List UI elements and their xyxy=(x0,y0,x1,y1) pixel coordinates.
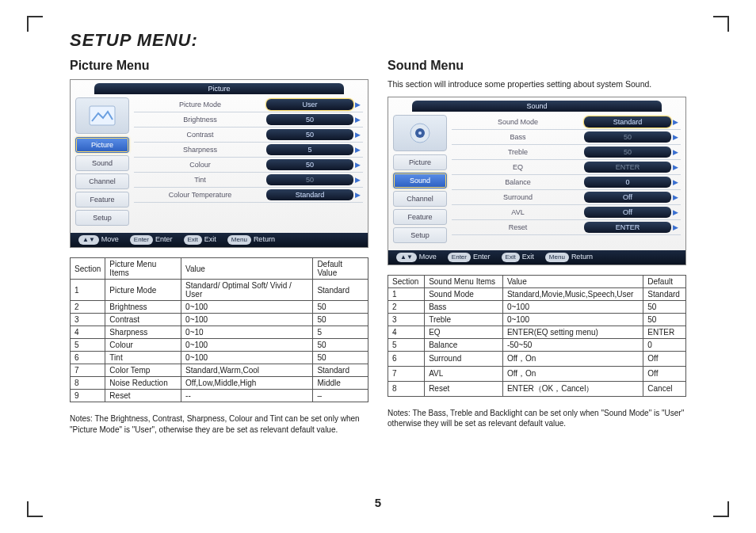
cell: 50 xyxy=(313,314,368,326)
cell: 2 xyxy=(71,301,105,314)
prop-row[interactable]: EQENTER▶ xyxy=(452,160,681,175)
cell: Sharpness xyxy=(105,326,181,339)
table-row: 4Sharpness0~105 xyxy=(71,326,368,339)
prop-row[interactable]: Colour TemperatureStandard▶ xyxy=(134,188,363,203)
cell: Surround xyxy=(425,351,503,366)
col-header: Sound Menu Items xyxy=(425,275,503,287)
table-row: 7AVLOff，OnOff xyxy=(388,366,686,381)
col-header: Value xyxy=(502,275,643,287)
prop-row[interactable]: ResetENTER▶ xyxy=(452,220,681,235)
nav-item-picture[interactable]: Picture xyxy=(393,154,447,170)
nav-item-feature[interactable]: Feature xyxy=(393,209,447,225)
table-row: 4EQENTER(EQ setting menu)ENTER xyxy=(388,326,686,338)
cell: 1 xyxy=(388,287,425,300)
cell: 0~100 xyxy=(181,339,313,352)
chevron-right-icon: ▶ xyxy=(673,118,681,126)
cell: Picture Mode xyxy=(105,280,181,301)
nav-item-setup[interactable]: Setup xyxy=(393,227,447,243)
crop-mark xyxy=(27,16,43,32)
prop-value: 50 xyxy=(584,147,671,158)
prop-row[interactable]: Contrast50▶ xyxy=(134,128,363,143)
cell: 5 xyxy=(313,326,368,339)
prop-row[interactable]: AVLOff▶ xyxy=(452,205,681,220)
cell: 0~100 xyxy=(502,300,643,313)
chevron-right-icon: ▶ xyxy=(355,131,363,139)
cell: 2 xyxy=(388,300,425,313)
cell: Reset xyxy=(425,381,503,396)
nav-item-sound[interactable]: Sound xyxy=(393,173,447,188)
table-row: 8ResetENTER（OK，Cancel）Cancel xyxy=(388,381,686,396)
nav-item-setup[interactable]: Setup xyxy=(75,210,129,226)
table-row: 5Colour0~10050 xyxy=(71,339,368,352)
chevron-right-icon: ▶ xyxy=(355,116,363,124)
cell: Brightness xyxy=(105,301,181,314)
cell: ENTER（OK，Cancel） xyxy=(502,381,643,396)
nav-item-feature[interactable]: Feature xyxy=(75,192,129,207)
prop-value: Off xyxy=(584,192,671,203)
cell: – xyxy=(313,390,368,402)
cell: 4 xyxy=(388,326,425,338)
picture-heading: Picture Menu xyxy=(70,59,368,73)
prop-row[interactable]: Colour50▶ xyxy=(134,158,363,173)
cell: Contrast xyxy=(105,314,181,326)
cell: ENTER xyxy=(643,326,686,338)
nav-item-channel[interactable]: Channel xyxy=(75,173,129,189)
prop-value: ENTER xyxy=(584,162,671,173)
exit-keycap: Exit xyxy=(184,235,202,245)
prop-row[interactable]: Picture ModeUser▶ xyxy=(134,97,363,112)
enter-label: Enter xyxy=(473,253,491,261)
prop-label: Sound Mode xyxy=(452,118,584,126)
chevron-right-icon: ▶ xyxy=(355,101,363,109)
table-row: 3Treble0~10050 xyxy=(388,313,686,326)
nav-item-picture[interactable]: Picture xyxy=(75,137,129,153)
cell: Standard xyxy=(313,364,368,377)
nav-item-channel[interactable]: Channel xyxy=(393,191,447,207)
cell: 8 xyxy=(388,381,425,396)
cell: Colour xyxy=(105,339,181,352)
prop-value: Standard xyxy=(266,189,353,200)
col-header: Default xyxy=(643,275,686,287)
prop-row[interactable]: Tint50▶ xyxy=(134,173,363,188)
prop-label: Tint xyxy=(134,176,266,184)
prop-label: Contrast xyxy=(134,131,266,139)
chevron-right-icon: ▶ xyxy=(355,191,363,199)
prop-value: 0 xyxy=(584,177,671,188)
picture-osd-screenshot: Picture PictureSoundChannelFeatureSetup … xyxy=(70,79,368,248)
prop-label: AVL xyxy=(452,208,584,216)
exit-label: Exit xyxy=(204,235,216,243)
prop-row[interactable]: Balance0▶ xyxy=(452,175,681,190)
col-header: Default Value xyxy=(313,258,368,280)
prop-label: Picture Mode xyxy=(134,101,266,109)
osd-title: Picture xyxy=(94,83,344,94)
nav-item-sound[interactable]: Sound xyxy=(75,155,129,171)
cell: Bass xyxy=(425,300,503,313)
prop-value: 50 xyxy=(584,131,671,143)
menu-keycap: Menu xyxy=(545,253,569,262)
table-row: 5Balance-50~500 xyxy=(388,338,686,351)
cell: Off xyxy=(643,366,686,381)
cell: Standard,Movie,Music,Speech,User xyxy=(502,287,643,300)
svg-rect-0 xyxy=(90,106,115,125)
osd-footer: ▲▼Move EnterEnter ExitExit MenuReturn xyxy=(388,250,685,265)
prop-row[interactable]: Treble50▶ xyxy=(452,145,681,160)
table-row: 8Noise ReductionOff,Low,Middle,HighMiddl… xyxy=(71,377,368,390)
cell: Off xyxy=(643,351,686,366)
cell: 3 xyxy=(71,314,105,326)
cell: Tint xyxy=(105,352,181,364)
prop-row[interactable]: Brightness50▶ xyxy=(134,112,363,128)
col-header: Section xyxy=(388,275,425,287)
cell: 50 xyxy=(313,352,368,364)
sound-intro: This section will introduce some propert… xyxy=(388,79,686,90)
cell: Standard xyxy=(643,287,686,300)
table-row: 9Reset--– xyxy=(71,390,368,402)
cell: 50 xyxy=(313,339,368,352)
prop-value: ENTER xyxy=(584,222,671,233)
prop-value: 50 xyxy=(266,129,353,140)
prop-row[interactable]: Sharpness5▶ xyxy=(134,143,363,158)
prop-row[interactable]: SurroundOff▶ xyxy=(452,190,681,205)
prop-row[interactable]: Bass50▶ xyxy=(452,130,681,145)
osd-footer: ▲▼Move EnterEnter ExitExit MenuReturn xyxy=(71,233,368,247)
cell: -- xyxy=(181,390,313,402)
cell: 50 xyxy=(643,300,686,313)
prop-row[interactable]: Sound ModeStandard▶ xyxy=(452,115,681,130)
